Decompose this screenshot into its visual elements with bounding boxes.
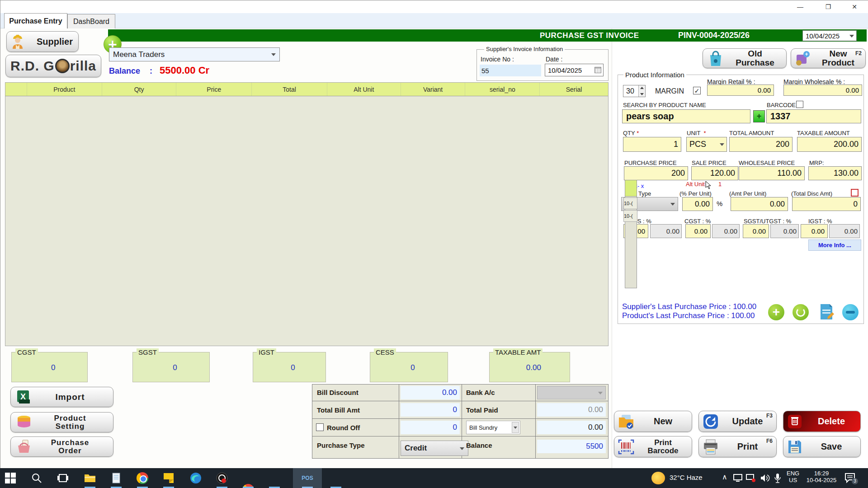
search-icon[interactable] [31, 472, 42, 484]
dropdown-highlighted-item[interactable] [625, 180, 637, 197]
pos-app-button[interactable]: POS [293, 468, 322, 488]
add-product-button[interactable]: + [753, 110, 765, 122]
balance-input[interactable]: 5500 [537, 440, 606, 453]
import-button[interactable]: X Import [10, 387, 113, 407]
sticky-note-icon[interactable] [163, 472, 175, 484]
app-logo[interactable]: R.D. Grilla [5, 55, 101, 77]
round-off-input[interactable]: 0 [401, 421, 460, 434]
chrome-icon[interactable] [137, 472, 148, 484]
margin-spinner[interactable]: 30 [623, 85, 646, 97]
sale-price-input[interactable]: 120.00 [691, 166, 738, 180]
bill-sundry-select[interactable]: Bill Sundry [466, 421, 520, 434]
remove-icon[interactable] [842, 304, 859, 320]
start-button[interactable] [5, 472, 16, 484]
cess-amt-input[interactable]: 0.00 [650, 224, 682, 238]
bill-discount-input[interactable]: 0.00 [401, 386, 460, 399]
new-product-fkey: F2 [855, 50, 862, 56]
new-button[interactable]: New [614, 411, 692, 432]
save-icon [787, 439, 802, 455]
printer-icon [703, 439, 719, 455]
mrp-input[interactable]: 130.00 [808, 166, 862, 180]
new-product-label-2: Product [822, 58, 854, 67]
more-info-link[interactable]: More Info ... [808, 239, 861, 251]
per-unit-input[interactable]: 0.00 [682, 197, 713, 211]
purchase-order-button[interactable]: Purchase Order [10, 436, 113, 457]
file-explorer-icon[interactable] [84, 472, 96, 484]
balance-value: 5500.00 Cr [160, 65, 209, 76]
speaker-icon[interactable] [760, 474, 770, 483]
tray-expand-icon[interactable]: ∧ [722, 473, 727, 481]
sgst-rate-label: SGST/UTGST : % [744, 218, 791, 225]
total-paid-input[interactable]: 0.00 [537, 403, 606, 417]
margin-checkbox[interactable]: ✓ [693, 87, 701, 94]
bill-summary-table: Bill Discount 0.00 Bank A/c Total Bill A… [312, 384, 609, 459]
new-product-button[interactable]: F2 + New Product [791, 48, 866, 68]
bill-sundry-amt-input[interactable]: 0.00 [537, 421, 606, 434]
delete-button[interactable]: Delete [783, 411, 861, 432]
cgst-pct-input[interactable]: 0.00 [685, 224, 711, 238]
taxable-amount-input[interactable]: 200.00 [797, 137, 862, 152]
purchase-type-select[interactable]: Credit [401, 441, 468, 456]
invoice-no-input[interactable]: 55 [480, 65, 541, 76]
purchase-price-input[interactable]: 200 [624, 166, 688, 180]
percent-suffix: % [717, 200, 722, 207]
alt-unit-value: 1 [718, 181, 722, 188]
network-icon[interactable] [733, 474, 743, 483]
minimize-button[interactable]: — [790, 0, 811, 13]
round-off-checkbox[interactable] [316, 423, 324, 431]
print-button[interactable]: F6 Print [698, 436, 777, 457]
notepad-icon[interactable] [110, 472, 122, 484]
margin-retail-input[interactable]: 0.00 [707, 84, 774, 96]
purchase-type-value: Credit [405, 444, 427, 453]
igst-amt-input[interactable]: 0.00 [829, 224, 860, 238]
task-view-icon[interactable] [57, 472, 69, 484]
invoice-date-input[interactable]: 10/04/2025 [545, 64, 604, 76]
cgst-amt-input[interactable]: 0.00 [712, 224, 740, 238]
total-disc-checkbox[interactable] [851, 189, 859, 197]
maximize-button[interactable]: ❐ [818, 0, 839, 13]
items-grid[interactable]: Product Qty Price Total Alt Unit Variant… [5, 82, 609, 346]
old-purchase-button[interactable]: Old Purchase [703, 48, 787, 68]
qty-input[interactable]: 1 [623, 137, 681, 152]
microphone-icon[interactable] [774, 473, 782, 483]
language-indicator[interactable]: ENGUS [787, 470, 799, 483]
tab-dashboard[interactable]: DashBoard [67, 14, 115, 28]
cast-icon[interactable] [746, 474, 756, 483]
obs-icon[interactable] [216, 472, 228, 484]
wholesale-price-input[interactable]: 110.00 [739, 166, 805, 180]
barcode-icon [618, 439, 634, 455]
edge-icon[interactable] [190, 472, 202, 484]
supplier-button[interactable]: Supplier [6, 31, 79, 52]
update-button[interactable]: F3 Update [698, 411, 777, 432]
margin-wholesale-input[interactable]: 0.00 [783, 84, 862, 96]
total-disc-input[interactable]: 0 [792, 197, 861, 211]
sgst-pct-input[interactable]: 0.00 [743, 224, 769, 238]
save-button[interactable]: Save [783, 436, 861, 457]
amt-per-unit-input[interactable]: 0.00 [731, 197, 788, 211]
dropdown-item-2[interactable]: 10-( [623, 210, 637, 222]
weather-icon[interactable] [651, 472, 665, 484]
bank-ac-select[interactable] [537, 386, 606, 399]
barcode-checkbox[interactable] [796, 101, 803, 108]
margin-label: MARGIN [655, 87, 684, 95]
refresh-icon[interactable] [793, 304, 809, 320]
dropdown-item-1[interactable]: 10-( [623, 197, 637, 209]
product-setting-button[interactable]: Product Setting [10, 412, 113, 432]
total-bill-amt-input[interactable]: 0 [401, 403, 460, 417]
print-barcode-button[interactable]: Print Barcode [614, 436, 692, 457]
add-row-icon[interactable]: + [768, 304, 784, 320]
total-amount-input[interactable]: 200 [729, 137, 793, 152]
igst-pct-input[interactable]: 0.00 [801, 224, 828, 238]
unit-select[interactable]: PCS [686, 137, 727, 152]
barcode-input[interactable]: 1337 [766, 109, 861, 123]
close-button[interactable]: ✕ [844, 0, 865, 13]
weather-text[interactable]: 32°C Haze [670, 474, 703, 481]
tab-purchase-entry[interactable]: Purchase Entry [4, 13, 67, 28]
clock[interactable]: 16:2910-04-2025 [806, 470, 837, 483]
edit-doc-icon[interactable] [818, 303, 835, 320]
invoice-date-dropdown[interactable]: 10/04/2025 [802, 30, 857, 41]
tab-strip: Purchase Entry DashBoard [0, 13, 868, 28]
sgst-amt-input[interactable]: 0.00 [770, 224, 799, 238]
search-input[interactable]: pears soap [622, 109, 750, 123]
supplier-select[interactable]: Meena Traders [109, 47, 280, 61]
